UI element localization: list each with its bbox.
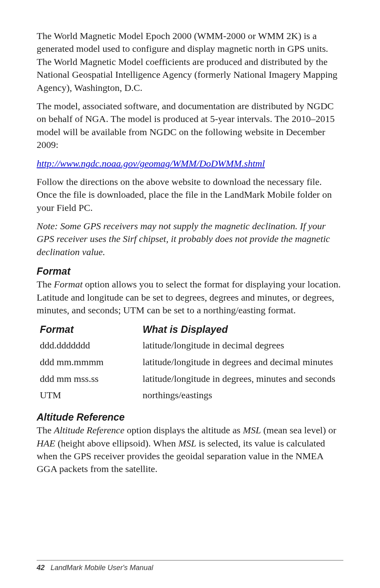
ngdc-link[interactable]: http://www.ngdc.noaa.gov/geomag/WMM/DoDW… [37, 158, 265, 169]
paragraph-format-intro: The Format option allows you to select t… [37, 278, 343, 317]
italic-hae: HAE [37, 438, 55, 448]
cell-desc: latitude/longitude in degrees, minutes a… [139, 371, 343, 388]
table-row: ddd.ddddddd latitude/longitude in decima… [37, 338, 343, 354]
th-what-displayed: What is Displayed [139, 322, 343, 338]
heading-format: Format [37, 265, 343, 277]
page-footer: 42 LandMark Mobile User's Manual [37, 560, 343, 572]
table-row: ddd mm.mmmm latitude/longitude in degree… [37, 354, 343, 371]
text: (mean sea level) or [261, 425, 336, 435]
link-paragraph: http://www.ngdc.noaa.gov/geomag/WMM/DoDW… [37, 157, 343, 170]
format-italic: Format [54, 279, 82, 289]
footer-title: LandMark Mobile User's Manual [51, 564, 153, 572]
text: option displays the altitude as [124, 425, 243, 435]
paragraph-wmm-intro: The World Magnetic Model Epoch 2000 (WMM… [37, 29, 343, 94]
table-row: ddd mm mss.ss latitude/longitude in degr… [37, 371, 343, 388]
th-format: Format [37, 322, 139, 338]
cell-desc: latitude/longitude in decimal degrees [139, 338, 343, 354]
heading-altitude-reference: Altitude Reference [37, 411, 343, 423]
paragraph-download-directions: Follow the directions on the above websi… [37, 175, 343, 214]
table-header-row: Format What is Displayed [37, 322, 343, 338]
cell-format: UTM [37, 387, 139, 404]
text: The [37, 279, 54, 289]
text: The [37, 425, 54, 435]
italic-msl: MSL [243, 425, 261, 435]
format-table: Format What is Displayed ddd.ddddddd lat… [37, 322, 343, 404]
page-number: 42 [37, 564, 45, 572]
paragraph-model-distribution: The model, associated software, and docu… [37, 100, 343, 151]
cell-format: ddd.ddddddd [37, 338, 139, 354]
paragraph-altitude-reference: The Altitude Reference option displays t… [37, 424, 343, 476]
note-magnetic-declination: Note: Some GPS receivers may not supply … [37, 220, 343, 258]
italic-msl-2: MSL [178, 438, 196, 448]
cell-desc: northings/eastings [139, 387, 343, 404]
italic-altitude-reference: Altitude Reference [54, 425, 124, 435]
cell-format: ddd mm mss.ss [37, 371, 139, 388]
cell-format: ddd mm.mmmm [37, 354, 139, 371]
table-row: UTM northings/eastings [37, 387, 343, 404]
cell-desc: latitude/longitude in degrees and decima… [139, 354, 343, 371]
text: (height above ellipsoid). When [55, 438, 178, 448]
text: option allows you to select the format f… [37, 279, 341, 315]
